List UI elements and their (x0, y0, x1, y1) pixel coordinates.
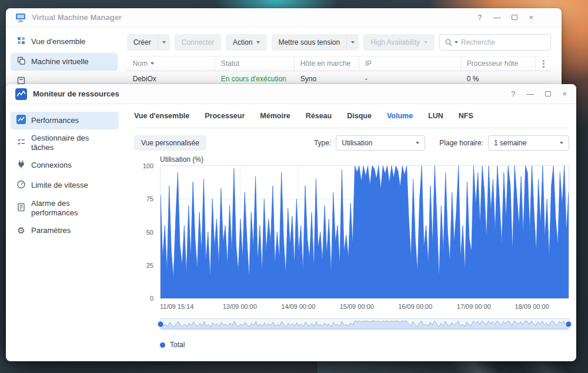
sidebar-item-task-manager[interactable]: Gestionnaire des tâches (11, 132, 119, 155)
alarm-report-icon (16, 202, 26, 214)
vmm-window-title: Virtual Machine Manager (32, 13, 122, 22)
tab-lun[interactable]: LUN (428, 112, 443, 120)
search-icon (445, 38, 453, 46)
high-availability-button[interactable]: High Availability (363, 34, 435, 51)
search-filter-button[interactable] (445, 38, 458, 46)
custom-view-button[interactable]: Vue personnalisée (134, 135, 206, 151)
column-header-label: IP (365, 59, 372, 68)
sidebar-item-connections[interactable]: Connexions (11, 157, 119, 175)
type-select[interactable]: Utilisation (336, 135, 425, 151)
create-dropdown-button[interactable] (158, 34, 170, 51)
chevron-down-icon (455, 41, 458, 44)
chevron-down-icon (162, 41, 166, 44)
resource-monitor-app-icon (15, 88, 27, 100)
tab-processor[interactable]: Processeur (205, 112, 245, 120)
create-button[interactable]: Créer (127, 34, 158, 51)
task-list-icon (16, 137, 26, 149)
time-range-label: Plage horaire: (439, 139, 483, 147)
sidebar-item-label: Vue d'ensemble (31, 37, 85, 46)
action-button-label: Action (233, 38, 252, 46)
column-header-label: Hôte en marche (300, 59, 350, 68)
vmm-toolbar: Créer Connecter Action Mettre sous tensi… (127, 34, 551, 51)
vmm-minimize-button[interactable]: — (493, 13, 500, 22)
y-tick-label: 75 (146, 195, 153, 202)
utilization-chart: Utilisation (%) 0255075100 11/09 15:1413… (134, 155, 569, 349)
action-button[interactable]: Action (226, 34, 267, 51)
rm-close-button[interactable]: × (562, 89, 567, 98)
rm-help-button[interactable]: ? (511, 89, 515, 98)
chevron-down-icon (256, 41, 260, 44)
x-tick-label: 16/09 00:00 (398, 303, 432, 310)
sidebar-item-settings[interactable]: ⚙ Paramètres (11, 222, 119, 239)
time-range-select-value: 1 semaine (494, 139, 526, 147)
vmm-sidebar-item-overview[interactable]: Vue d'ensemble (11, 33, 118, 51)
overview-grid-icon (16, 36, 26, 48)
y-axis-title: Utilisation (%) (160, 155, 569, 164)
timeline-brush[interactable] (160, 318, 569, 330)
power-on-split-button: Mettre sous tension (272, 34, 359, 51)
tab-memory[interactable]: Mémoire (260, 112, 290, 120)
tab-disk[interactable]: Disque (347, 112, 372, 120)
power-on-button[interactable]: Mettre sous tension (272, 34, 346, 51)
brush-svg (161, 319, 568, 329)
cell-status: En cours d'exécution (215, 75, 295, 83)
y-tick-label: 100 (143, 162, 153, 169)
column-header-label: Statut (221, 59, 239, 68)
sidebar-item-label: Alarme des performances (31, 199, 101, 218)
sidebar-item-label: Machine virtuelle (31, 57, 89, 66)
y-tick-label: 50 (146, 229, 153, 236)
chevron-down-icon (416, 142, 419, 144)
tab-network[interactable]: Réseau (306, 112, 332, 120)
search-box (439, 34, 551, 51)
type-label: Type: (314, 139, 331, 147)
sort-caret-icon (151, 62, 154, 65)
tab-volume[interactable]: Volume (387, 112, 413, 120)
sidebar-item-label: Performances (31, 116, 79, 125)
sidebar-item-performance-alarm[interactable]: Alarme des performances (11, 197, 119, 220)
utilization-series (161, 166, 569, 298)
x-tick-label: 15/09 00:00 (340, 303, 374, 310)
cell-ip: - (359, 75, 461, 83)
column-header-host[interactable]: Hôte en marche (295, 56, 359, 71)
column-header-name[interactable]: Nom (127, 56, 215, 71)
search-input[interactable] (461, 38, 546, 46)
plug-icon (16, 159, 26, 171)
tab-nfs[interactable]: NFS (459, 112, 473, 120)
rm-maximize-button[interactable] (545, 91, 551, 96)
brush-series (161, 321, 568, 329)
tab-overview[interactable]: Vue d'ensemble (134, 112, 189, 120)
sidebar-item-speed-limit[interactable]: Limite de vitesse (11, 177, 119, 195)
sidebar-item-label: Gestionnaire des tâches (31, 134, 113, 153)
utilization-plot[interactable]: 0255075100 (160, 165, 569, 299)
rm-minimize-button[interactable]: — (526, 89, 534, 98)
brush-handle-right[interactable] (566, 322, 572, 327)
more-vertical-icon (543, 63, 544, 65)
utilization-chart-svg (161, 166, 569, 298)
sidebar-item-label: Limite de vitesse (31, 181, 88, 190)
y-tick-label: 25 (146, 262, 153, 269)
sidebar-item-performances[interactable]: Performances (11, 112, 119, 129)
vmm-sidebar-item-virtual-machine[interactable]: Machine virtuelle (11, 53, 118, 71)
column-header-label: Processeur hôte (467, 59, 518, 68)
chevron-down-icon (351, 41, 355, 44)
connect-button[interactable]: Connecter (175, 34, 221, 51)
performance-chart-icon (16, 115, 26, 126)
vmm-close-button[interactable]: × (529, 13, 533, 22)
cell-host: Syno (295, 75, 359, 83)
rm-titlebar[interactable]: Moniteur de ressources ? — × (6, 84, 576, 104)
brush-handle-left[interactable] (158, 322, 163, 327)
x-axis-labels: 11/09 15:1413/09 00:0014/09 00:0015/09 0… (160, 302, 569, 312)
power-on-dropdown-button[interactable] (346, 34, 359, 51)
cell-name: DebiOx (127, 75, 215, 83)
column-header-ip[interactable]: IP (359, 56, 461, 71)
vmm-titlebar[interactable]: Virtual Machine Manager ? — × (6, 8, 562, 27)
column-header-cpu[interactable]: Processeur hôte (461, 56, 536, 71)
sidebar-item-label: Paramètres (31, 226, 71, 235)
vmm-maximize-button[interactable] (512, 15, 517, 20)
column-settings-button[interactable] (536, 56, 551, 71)
gear-icon: ⚙ (16, 226, 26, 235)
vmm-help-button[interactable]: ? (477, 13, 482, 22)
column-header-status[interactable]: Statut (215, 56, 295, 71)
rm-sidebar: Performances Gestionnaire des tâches Con… (6, 104, 123, 361)
time-range-select[interactable]: 1 semaine (488, 135, 569, 151)
